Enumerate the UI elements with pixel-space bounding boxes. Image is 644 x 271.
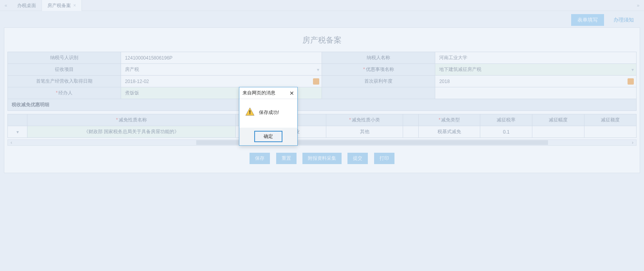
col-amount: 减征额度 (584, 114, 637, 126)
detail-grid: *减免性质名称 *减免性质大类 *减免性质小类 *减免类型 减征税率 减征幅度 … (7, 114, 637, 138)
empty-label (322, 87, 435, 99)
print-button[interactable]: 打印 (374, 153, 394, 164)
chevron-down-icon: ▾ (317, 67, 319, 72)
tab-bar: « 办税桌面 房产税备案 × » (0, 0, 644, 11)
toolbar: 表单填写 办理须知 (0, 11, 644, 27)
fill-form-button[interactable]: 表单填写 (571, 14, 604, 26)
col-reduce-type: *减免类型 (418, 114, 480, 126)
first-income-date-input[interactable]: 2018-12-02 (121, 76, 322, 87)
first-profit-year-input[interactable]: 2018 (435, 76, 637, 87)
cell-rate: 0.1 (480, 126, 532, 138)
cell-range (532, 126, 584, 138)
save-button[interactable]: 保存 (250, 153, 270, 164)
first-income-date-label: 首笔生产经营收入取得日期 (8, 76, 121, 87)
dialog-message: 保存成功! (259, 109, 279, 116)
taxpayer-id-value: 12410000415806196P (121, 52, 322, 64)
taxpayer-id-label: 纳税号人识别 (8, 52, 121, 64)
cell-reduce-name[interactable]: 《财政部 国家税务总局关于具备房屋功能的》 (27, 126, 236, 138)
scroll-right-icon[interactable]: › (629, 140, 636, 145)
tab-label: 房产税备案 (47, 0, 71, 11)
close-icon[interactable]: × (73, 0, 76, 11)
expand-icon[interactable]: ▾ (8, 126, 27, 138)
col-reduce-name: *减免性质名称 (27, 114, 236, 126)
dialog-header: 来自网页的消息 ✕ (239, 87, 297, 99)
cell-reduce-minor: 其他 (326, 126, 403, 138)
dialog-title: 来自网页的消息 (242, 90, 275, 96)
tab-desktop[interactable]: 办税桌面 (12, 0, 42, 11)
section-header: 税收减免优惠明细 (8, 99, 637, 111)
warning-icon (245, 107, 255, 118)
horizontal-scrollbar[interactable]: ‹ › (7, 139, 637, 146)
reset-button[interactable]: 重置 (276, 153, 297, 164)
form-table: 纳税号人识别 12410000415806196P 纳税人名称 河南工业大学 征… (7, 52, 637, 111)
tab-property-tax[interactable]: 房产税备案 × (42, 0, 82, 11)
tabs-next-icon[interactable]: » (632, 3, 644, 8)
cell-amount (584, 126, 637, 138)
cell-hidden (403, 126, 418, 138)
first-profit-year-label: 首次获利年度 (322, 76, 435, 87)
ok-button[interactable]: 确定 (254, 131, 282, 142)
calendar-icon[interactable] (313, 78, 319, 85)
pref-item-label: *优惠事项名称 (322, 64, 435, 76)
alert-dialog: 来自网页的消息 ✕ 保存成功! 确定 (239, 87, 298, 146)
levy-item-select[interactable]: 房产税 ▾ (121, 64, 322, 76)
chevron-down-icon: ▾ (631, 67, 634, 72)
col-range: 减征幅度 (532, 114, 584, 126)
col-hidden (403, 114, 418, 126)
pref-item-select[interactable]: 地下建筑减征房产税 ▾ (435, 64, 637, 76)
page-title: 房产税备案 (4, 28, 640, 52)
grid-header-row: *减免性质名称 *减免性质大类 *减免性质小类 *减免类型 减征税率 减征幅度 … (8, 114, 637, 126)
tab-label: 办税桌面 (17, 0, 36, 11)
submit-button[interactable]: 提交 (347, 153, 368, 164)
scroll-left-icon[interactable]: ‹ (8, 140, 15, 145)
levy-item-label: 征收项目 (8, 64, 121, 76)
notice-button[interactable]: 办理须知 (607, 14, 640, 26)
svg-rect-1 (250, 113, 250, 114)
attach-collect-button[interactable]: 附报资料采集 (302, 153, 342, 164)
table-row[interactable]: ▾ 《财政部 国家税务总局关于具备房屋功能的》 支持其他各项事业 其他 税基式减… (8, 126, 637, 138)
empty-cell (435, 87, 637, 99)
taxpayer-name-value: 河南工业大学 (435, 52, 637, 64)
col-rate: 减征税率 (480, 114, 532, 126)
calendar-icon[interactable] (628, 78, 634, 85)
taxpayer-name-label: 纳税人名称 (322, 52, 435, 64)
close-icon[interactable]: ✕ (289, 90, 294, 96)
cell-reduce-type: 税基式减免 (418, 126, 480, 138)
operator-label: *经办人 (8, 87, 121, 99)
svg-rect-0 (250, 110, 250, 113)
action-bar: 保存 重置 附报资料采集 提交 打印 (4, 146, 640, 173)
col-reduce-minor: *减免性质小类 (326, 114, 403, 126)
tabs-prev-icon[interactable]: « (0, 3, 12, 8)
main-card: 房产税备案 纳税号人识别 12410000415806196P 纳税人名称 河南… (4, 27, 640, 173)
col-expand (8, 114, 27, 126)
